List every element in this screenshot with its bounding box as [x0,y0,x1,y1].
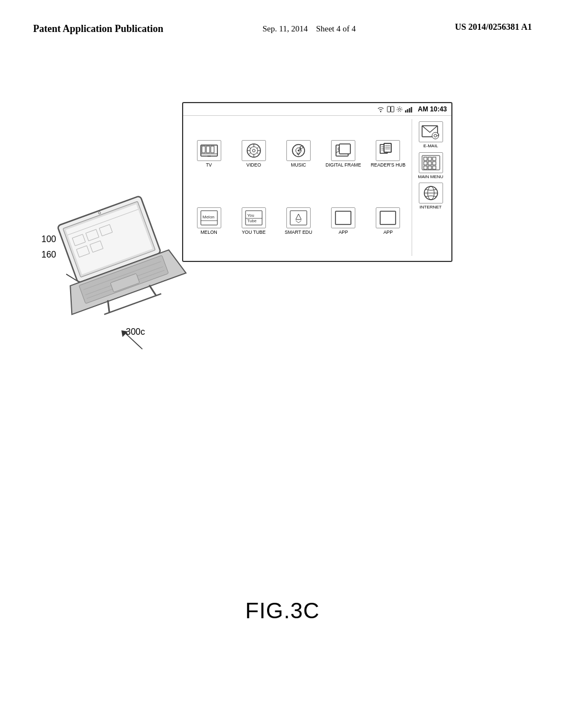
svg-rect-22 [211,146,214,153]
patent-header: Patent Application Publication Sep. 11, … [0,0,565,47]
svg-point-26 [252,149,255,152]
figure-caption: FIG.3C [0,598,565,623]
svg-rect-20 [202,146,205,153]
book-icon [387,106,395,113]
svg-rect-81 [433,166,436,169]
internet-label: INTERNET [420,205,442,210]
wifi-icon [376,106,385,113]
svg-point-25 [250,147,258,154]
patent-title: Patent Application Publication [33,22,163,36]
svg-rect-75 [433,157,436,160]
email-label: E-MAIL [423,143,438,149]
video-label: VIDEO [247,162,261,168]
digital-frame-icon [331,140,355,161]
side-internet[interactable]: INTERNET [419,183,443,210]
app-video[interactable]: VIDEO [232,121,275,186]
app-tv[interactable]: TV [188,121,230,186]
patent-sheet: Sheet 4 of 4 [316,24,356,33]
device-illustration [50,196,193,350]
patent-number: US 2014/0256381 A1 [455,22,532,32]
svg-rect-65 [335,211,351,224]
svg-text:Melon: Melon [202,215,215,220]
svg-rect-21 [206,146,210,153]
svg-rect-14 [405,110,407,113]
svg-rect-79 [424,166,427,169]
svg-rect-16 [409,108,411,113]
label-160b-group: 160 [41,250,56,260]
svg-rect-51 [384,143,391,152]
app2-label: APP [383,229,393,235]
svg-point-13 [397,107,402,112]
youtube-icon: You Tube [242,207,266,228]
svg-rect-80 [428,166,431,169]
svg-rect-66 [380,211,396,224]
app-readers-hub[interactable]: READER'S HUB [367,121,409,186]
smart-edu-icon [286,207,311,228]
svg-marker-64 [296,214,301,220]
melon-icon: Melon [197,207,221,228]
svg-line-34 [249,153,250,154]
status-time: AM 10:43 [418,105,447,113]
svg-point-8 [380,111,381,113]
app-music[interactable]: MUSIC [277,121,319,186]
patent-date: Sep. 11, 2014 [263,24,308,33]
status-bar: AM 10:43 [183,103,451,116]
label-100: 100 [41,234,56,244]
svg-rect-18 [201,145,217,156]
app-youtube[interactable]: You Tube YOU TUBE [232,189,275,254]
tv-icon [197,140,221,161]
svg-line-31 [249,147,250,149]
music-icon [286,140,311,161]
patent-meta: Sep. 11, 2014 Sheet 4 of 4 [263,22,356,35]
app1-icon [331,207,355,228]
app1-label: APP [339,229,348,235]
video-icon [242,140,266,161]
svg-rect-10 [391,106,395,112]
app-area: TV [183,116,451,259]
status-icons [376,106,413,113]
smart-edu-label: SMART EDU [285,229,312,235]
svg-line-101 [150,285,156,297]
readers-hub-label: READER'S HUB [371,162,406,168]
svg-rect-15 [407,109,409,113]
svg-text:Tube: Tube [247,218,257,223]
settings-icon [396,106,403,113]
diagram-area: 160 [0,47,565,543]
svg-rect-76 [424,162,427,165]
svg-rect-17 [411,107,413,113]
app-melon[interactable]: Melon MELON [188,189,230,254]
music-label: MUSIC [291,162,306,168]
svg-text:You: You [247,213,254,218]
svg-rect-73 [424,157,427,160]
svg-rect-9 [387,106,391,112]
side-email[interactable]: E-MAIL [419,121,443,149]
app-2[interactable]: APP [367,189,409,254]
email-icon [419,121,443,142]
tv-screen: AM 10:43 [182,102,452,262]
tv-label: TV [206,162,212,168]
main-menu-label: MAIN MENU [418,174,444,180]
youtube-label: YOU TUBE [242,229,265,235]
svg-rect-72 [422,156,440,170]
label-300c-group: 300c [126,327,145,337]
signal-icon [404,106,413,113]
label-160b: 160 [41,250,56,259]
readers-hub-icon [376,140,400,161]
side-main-menu[interactable]: MAIN MENU [418,152,444,180]
svg-rect-45 [339,144,350,154]
svg-line-33 [257,147,258,149]
svg-rect-77 [428,162,431,165]
app-smart-edu[interactable]: SMART EDU [277,189,319,254]
app-1[interactable]: APP [322,189,365,254]
melon-label: MELON [200,229,217,235]
app-digital-frame[interactable]: DIGITAL FRAME [322,121,365,186]
svg-rect-78 [433,162,436,165]
side-panel: E-MAIL [412,119,449,256]
svg-rect-74 [428,157,431,160]
internet-icon [419,183,443,204]
digital-frame-label: DIGITAL FRAME [326,162,361,168]
label-300c: 300c [126,327,145,336]
svg-line-32 [257,153,258,154]
svg-point-12 [398,108,401,110]
label-100-group: 100 [41,234,56,244]
